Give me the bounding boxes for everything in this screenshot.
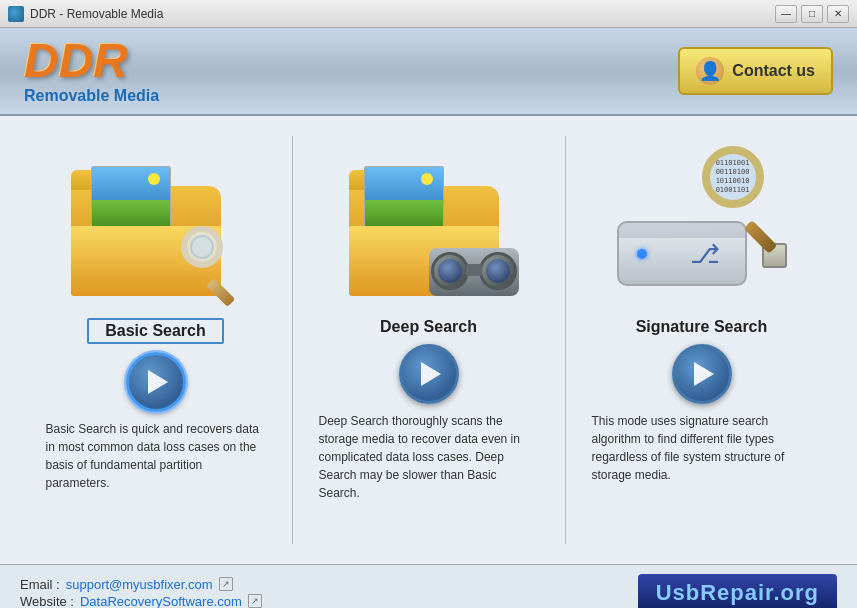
cards-row: Basic Search Basic Search is quick and r… (30, 136, 827, 544)
ddr-logo: DDR (24, 37, 159, 85)
signature-search-label[interactable]: Signature Search (636, 318, 768, 336)
email-label: Email : (20, 577, 60, 592)
website-external-link-icon[interactable]: ↗ (248, 594, 262, 608)
play-icon (148, 370, 168, 394)
signature-search-play-button[interactable] (672, 344, 732, 404)
signature-search-description: This mode uses signature search algorith… (592, 412, 812, 484)
play-icon (694, 362, 714, 386)
footer-website-row: Website : DataRecoverySoftware.com ↗ (20, 594, 262, 609)
deep-search-icon-area (329, 136, 529, 306)
basic-search-description: Basic Search is quick and recovers data … (46, 420, 266, 492)
app-icon (8, 6, 24, 22)
footer: Email : support@myusbfixer.com ↗ Website… (0, 564, 857, 608)
titlebar: DDR - Removable Media — □ ✕ (0, 0, 857, 28)
brand-text: UsbRepair.org (656, 580, 819, 605)
contact-icon: 👤 (696, 57, 724, 85)
footer-brand: UsbRepair.org (638, 574, 837, 609)
deep-search-card: Deep Search Deep Search thoroughly scans… (309, 136, 549, 502)
basic-search-card: Basic Search Basic Search is quick and r… (36, 136, 276, 492)
email-link[interactable]: support@myusbfixer.com (66, 577, 213, 592)
titlebar-left: DDR - Removable Media (8, 6, 163, 22)
deep-search-play-button[interactable] (399, 344, 459, 404)
divider-1 (292, 136, 293, 544)
header-branding: DDR Removable Media (24, 37, 159, 105)
maximize-button[interactable]: □ (801, 5, 823, 23)
basic-search-label[interactable]: Basic Search (87, 318, 224, 344)
basic-search-icon-area (56, 136, 256, 306)
header: DDR Removable Media 👤 Contact us (0, 28, 857, 116)
contact-button-label: Contact us (732, 62, 815, 80)
titlebar-title: DDR - Removable Media (30, 7, 163, 21)
main-content: Basic Search Basic Search is quick and r… (0, 116, 857, 564)
titlebar-controls: — □ ✕ (775, 5, 849, 23)
header-subtitle: Removable Media (24, 87, 159, 105)
play-icon (421, 362, 441, 386)
divider-2 (565, 136, 566, 544)
minimize-button[interactable]: — (775, 5, 797, 23)
basic-search-play-button[interactable] (126, 352, 186, 412)
footer-email-row: Email : support@myusbfixer.com ↗ (20, 577, 262, 592)
close-button[interactable]: ✕ (827, 5, 849, 23)
email-external-link-icon[interactable]: ↗ (219, 577, 233, 591)
website-link[interactable]: DataRecoverySoftware.com (80, 594, 242, 609)
deep-search-label[interactable]: Deep Search (380, 318, 477, 336)
deep-search-description: Deep Search thoroughly scans the storage… (319, 412, 539, 502)
website-label: Website : (20, 594, 74, 609)
footer-links: Email : support@myusbfixer.com ↗ Website… (20, 577, 262, 609)
signature-search-card: ⎇ 01101001001101001011001001001101 (582, 136, 822, 484)
contact-button[interactable]: 👤 Contact us (678, 47, 833, 95)
signature-search-icon-area: ⎇ 01101001001101001011001001001101 (602, 136, 802, 306)
